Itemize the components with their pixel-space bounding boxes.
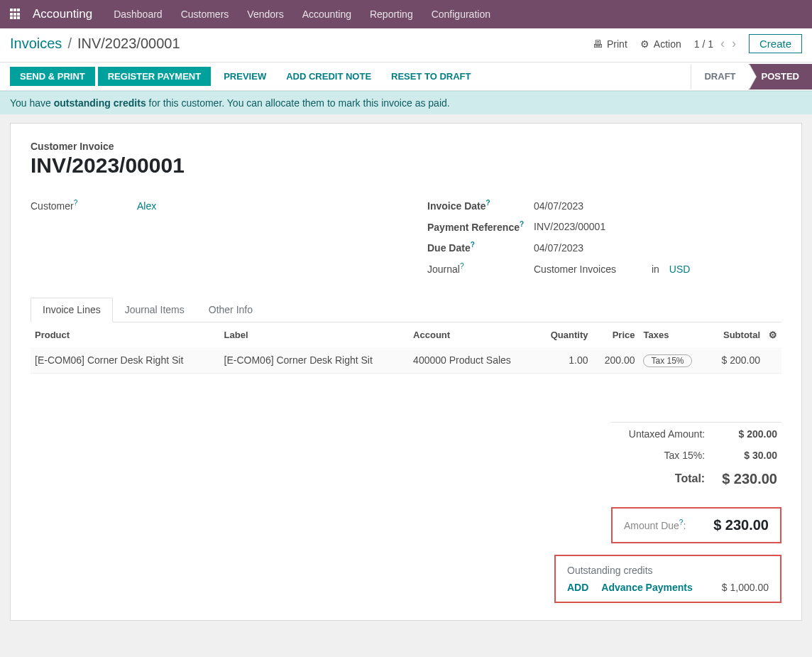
col-taxes: Taxes [639,322,707,347]
payment-ref-label: Payment Reference? [427,220,534,233]
preview-button[interactable]: PREVIEW [214,67,276,86]
tax-value: $ 30.00 [709,445,780,465]
customer-value[interactable]: Alex [137,200,156,212]
section-label: Customer Invoice [31,141,781,152]
reset-button[interactable]: RESET TO DRAFT [381,67,481,86]
gear-icon: ⚙ [640,38,649,50]
col-quantity: Quantity [537,322,592,347]
tab-journal-items[interactable]: Journal Items [113,298,197,322]
menu-configuration[interactable]: Configuration [432,9,490,20]
breadcrumb-root[interactable]: Invoices [10,36,62,52]
cell-subtotal: $ 200.00 [708,347,764,374]
breadcrumb-sep: / [67,36,72,52]
journal-value: Customer Invoices [534,264,616,275]
help-icon[interactable]: ? [460,262,464,270]
total-label: Total: [613,467,708,492]
breadcrumb: Invoices / INV/2023/00001 [10,36,180,52]
cell-product: [E-COM06] Corner Desk Right Sit [31,347,220,374]
invoice-date-value: 04/07/2023 [534,200,583,212]
register-payment-button[interactable]: REGISTER PAYMENT [98,67,211,86]
credits-amount: $ 1,000.00 [722,582,769,593]
journal-label: Journal? [427,262,534,275]
send-print-button[interactable]: SEND & PRINT [10,67,95,86]
tax-label: Tax 15%: [613,445,708,465]
tab-other-info[interactable]: Other Info [197,298,265,322]
untaxed-value: $ 200.00 [709,424,780,444]
cell-price: 200.00 [592,347,639,374]
pager-next-icon[interactable]: › [732,36,736,51]
cell-qty: 1.00 [537,347,592,374]
menu-dashboard[interactable]: Dashboard [114,9,163,20]
table-row[interactable]: [E-COM06] Corner Desk Right Sit [E-COM06… [31,347,781,374]
credits-add-button[interactable]: ADD [567,582,588,593]
status-posted: POSTED [749,64,812,89]
due-date-label: Due Date? [427,241,534,254]
col-product: Product [31,322,220,347]
outstanding-credits-banner: You have outstanding credits for this cu… [0,91,812,114]
journal-in: in [652,264,659,275]
breadcrumb-current: INV/2023/00001 [77,36,180,52]
pager-text: 1 / 1 [694,38,713,50]
menu-reporting[interactable]: Reporting [370,9,413,20]
due-date-value: 04/07/2023 [534,242,583,254]
untaxed-label: Untaxed Amount: [613,424,708,444]
payment-ref-value: INV/2023/00001 [534,221,605,232]
currency-value[interactable]: USD [669,264,691,275]
action-button[interactable]: ⚙ Action [640,38,681,50]
credits-title: Outstanding credits [567,565,769,576]
menu-accounting[interactable]: Accounting [302,9,351,20]
print-button[interactable]: 🖶 Print [593,38,627,50]
credits-source[interactable]: Advance Payments [601,582,692,593]
credit-note-button[interactable]: ADD CREDIT NOTE [276,67,381,86]
customer-label: Customer? [31,199,137,212]
app-brand[interactable]: Accounting [33,7,92,21]
amount-due-box: Amount Due?: $ 230.00 [611,507,781,543]
pager-prev-icon[interactable]: ‹ [720,36,725,51]
help-icon[interactable]: ? [520,220,524,228]
create-button[interactable]: Create [749,34,802,53]
invoice-date-label: Invoice Date? [427,199,534,212]
help-icon[interactable]: ? [485,199,490,207]
total-value: $ 230.00 [709,467,780,492]
columns-settings-icon[interactable]: ⚙ [769,330,777,340]
print-icon: 🖶 [593,38,603,50]
menu-vendors[interactable]: Vendors [247,9,283,20]
invoice-id: INV/2023/00001 [31,153,781,178]
col-price: Price [592,322,639,347]
col-account: Account [409,322,537,347]
cell-tax: Tax 15% [639,347,707,374]
col-label: Label [220,322,410,347]
apps-icon[interactable] [10,9,21,20]
menu-customers[interactable]: Customers [181,9,229,20]
cell-label: [E-COM06] Corner Desk Right Sit [220,347,410,374]
outstanding-credits-box: Outstanding credits ADD Advance Payments… [554,555,781,603]
help-icon[interactable]: ? [74,199,78,207]
help-icon[interactable]: ? [471,241,475,249]
cell-account: 400000 Product Sales [409,347,537,374]
status-draft[interactable]: DRAFT [691,64,748,89]
tab-invoice-lines[interactable]: Invoice Lines [31,298,113,322]
amount-due-value: $ 230.00 [713,517,769,533]
col-subtotal: Subtotal [708,322,764,347]
